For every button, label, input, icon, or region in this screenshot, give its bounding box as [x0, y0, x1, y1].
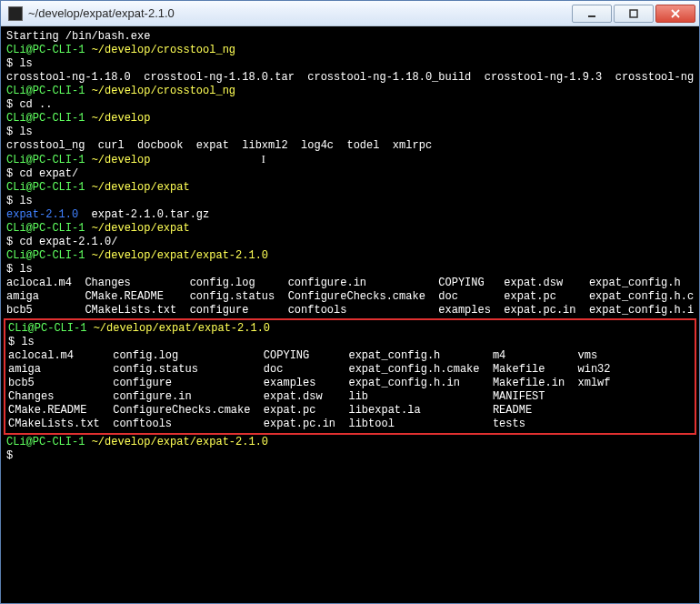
close-icon	[671, 9, 680, 18]
maximize-icon	[629, 9, 638, 18]
minimize-button[interactable]	[572, 5, 612, 23]
highlight-box: CLi@PC-CLI-1 ~/develop/expat/expat-2.1.0…	[4, 318, 696, 435]
window-frame: ~/develop/expat/expat-2.1.0 Starting /bi…	[0, 0, 700, 604]
minimize-icon	[587, 9, 596, 18]
app-icon	[8, 6, 23, 21]
window-controls	[570, 5, 695, 23]
window-title: ~/develop/expat/expat-2.1.0	[28, 6, 570, 20]
maximize-button[interactable]	[614, 5, 654, 23]
close-button[interactable]	[655, 5, 695, 23]
titlebar[interactable]: ~/develop/expat/expat-2.1.0	[1, 1, 699, 26]
svg-rect-1	[630, 10, 637, 17]
terminal[interactable]: Starting /bin/bash.exeCLi@PC-CLI-1 ~/dev…	[1, 26, 699, 603]
